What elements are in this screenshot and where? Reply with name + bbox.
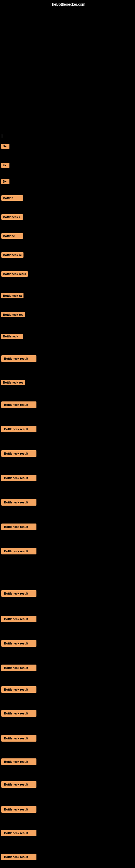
result-box-14[interactable]: Bottleneck result bbox=[1, 401, 37, 408]
result-box-30[interactable]: Bottleneck result bbox=[1, 806, 37, 813]
result-box-19[interactable]: Bottleneck result bbox=[1, 524, 37, 530]
result-box-26[interactable]: Bottleneck result bbox=[1, 710, 37, 717]
result-box-17[interactable]: Bottleneck result bbox=[1, 475, 37, 481]
result-box-6[interactable]: Bottlene bbox=[1, 233, 23, 239]
result-box-5[interactable]: Bottleneck r bbox=[1, 214, 23, 220]
result-box-23[interactable]: Bottleneck result bbox=[1, 640, 37, 647]
result-box-12[interactable]: Bottleneck result bbox=[1, 355, 37, 362]
result-box-4[interactable]: Bottlen bbox=[1, 195, 23, 201]
result-box-8[interactable]: Bottleneck resul bbox=[1, 271, 28, 277]
result-box-13[interactable]: Bottleneck res bbox=[1, 380, 25, 385]
result-box-24[interactable]: Bottleneck result bbox=[1, 664, 37, 671]
result-box-15[interactable]: Bottleneck result bbox=[1, 426, 37, 432]
result-box-16[interactable]: Bottleneck result bbox=[1, 450, 37, 457]
result-box-31[interactable]: Bottleneck result bbox=[1, 830, 37, 836]
result-box-27[interactable]: Bottleneck result bbox=[1, 735, 37, 742]
result-box-22[interactable]: Bottleneck result bbox=[1, 616, 37, 622]
result-box-10[interactable]: Bottleneck res bbox=[1, 312, 25, 317]
result-box-21[interactable]: Bottleneck result bbox=[1, 590, 37, 597]
result-box-32[interactable]: Bottleneck result bbox=[1, 854, 37, 860]
result-box-18[interactable]: Bottleneck result bbox=[1, 499, 37, 506]
bracket-label: [ bbox=[1, 133, 3, 138]
site-title: TheBottlenecker.com bbox=[50, 2, 85, 6]
result-box-9[interactable]: Bottleneck ra bbox=[1, 293, 24, 299]
result-box-3[interactable]: B▸ bbox=[1, 179, 9, 184]
result-box-20[interactable]: Bottleneck result bbox=[1, 548, 37, 554]
result-box-1[interactable]: B▸ bbox=[1, 144, 9, 149]
result-box-29[interactable]: Bottleneck result bbox=[1, 781, 37, 788]
result-box-28[interactable]: Bottleneck result bbox=[1, 758, 37, 765]
result-box-2[interactable]: E▸ bbox=[1, 163, 9, 168]
result-box-7[interactable]: Bottleneck re bbox=[1, 252, 24, 258]
result-box-11[interactable]: Bottleneck bbox=[1, 334, 23, 339]
result-box-25[interactable]: Bottleneck result bbox=[1, 686, 37, 693]
